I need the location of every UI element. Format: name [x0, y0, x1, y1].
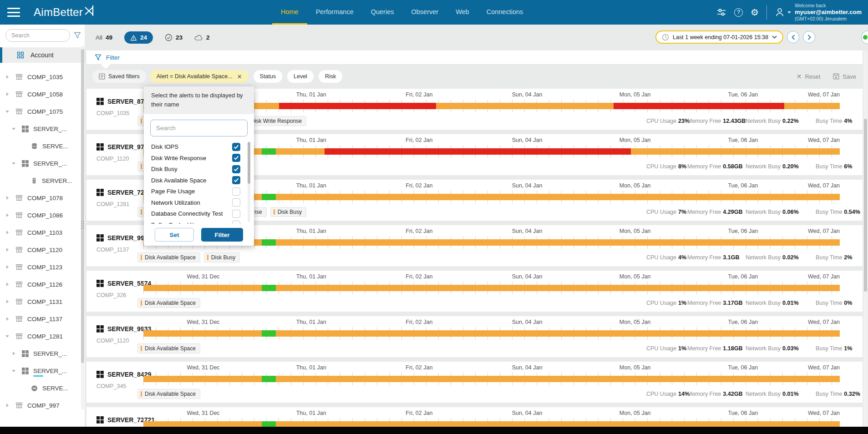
expand-arrow-icon[interactable] — [6, 213, 9, 217]
sidebar-filter-icon[interactable] — [74, 32, 81, 39]
alert-timeline[interactable]: Wed, 31 DecThu, 01 JanFri, 02 JanSun, 04… — [143, 271, 840, 298]
range-prev-button[interactable] — [787, 31, 799, 43]
sidebar-item-comp-1126[interactable]: COMP_1126 — [0, 276, 85, 293]
sidebar-item-comp-1103[interactable]: COMP_1103 — [0, 224, 85, 241]
expand-arrow-icon[interactable] — [6, 265, 9, 269]
server-row[interactable]: SERVER_5574 COMP_326 Wed, 31 DecThu, 01 … — [86, 271, 863, 312]
tune-icon[interactable] — [716, 8, 726, 17]
brand-logo[interactable]: AimBetter — [34, 6, 95, 19]
timeline-status-bar[interactable] — [143, 421, 840, 427]
filter-chip-status[interactable]: Status — [254, 70, 282, 83]
alert-timeline[interactable]: Wed, 31 DecThu, 01 JanFri, 02 JanSun, 04… — [143, 316, 840, 343]
tab-cloud[interactable]: 2 — [194, 34, 210, 41]
active-filter-chip[interactable]: Alert = Disk Available Space... ✕ — [150, 70, 249, 83]
expand-arrow-icon[interactable] — [6, 75, 9, 79]
expand-arrow-icon[interactable] — [6, 248, 9, 252]
expand-arrow-icon[interactable] — [12, 128, 15, 130]
save-filters-button[interactable]: Save — [833, 73, 856, 80]
sidebar-item-serve-[interactable]: SERVE... — [0, 379, 85, 397]
checkbox[interactable] — [232, 176, 240, 184]
server-row[interactable]: SERVER_8429 COMP_345 Wed, 31 DecThu, 01 … — [86, 362, 863, 403]
range-next-button[interactable] — [803, 31, 815, 43]
sidebar-resize-handle[interactable] — [81, 221, 84, 229]
nav-item-queries[interactable]: Queries — [362, 0, 403, 25]
tab-all[interactable]: All 49 — [96, 34, 112, 41]
reset-filters-button[interactable]: ✕ Reset — [797, 73, 821, 80]
sidebar-search-input[interactable] — [11, 32, 64, 39]
sidebar-item-comp-1281[interactable]: COMP_1281 — [0, 328, 85, 345]
alert-tag[interactable]: Disk Busy — [204, 252, 240, 262]
sidebar-item-comp-997[interactable]: COMP_997 — [0, 397, 85, 414]
expand-arrow-icon[interactable] — [6, 196, 9, 200]
saved-filters-button[interactable]: Saved filters — [92, 70, 146, 83]
checkbox[interactable] — [232, 187, 240, 196]
timeline-status-bar[interactable] — [143, 330, 840, 337]
set-button[interactable]: Set — [155, 228, 194, 242]
sidebar-item-comp-1120[interactable]: COMP_1120 — [0, 241, 85, 258]
expand-arrow-icon[interactable] — [13, 352, 15, 355]
expand-arrow-icon[interactable] — [5, 335, 9, 338]
nav-item-performance[interactable]: Performance — [307, 0, 362, 25]
alert-timeline[interactable]: Wed, 31 DecThu, 01 JanFri, 02 JanSun, 04… — [143, 407, 840, 427]
filter-bar[interactable]: Filter — [86, 50, 863, 65]
alert-tag[interactable]: Disk Available Space — [137, 298, 200, 308]
expand-arrow-icon[interactable] — [12, 370, 15, 372]
panel-alert-option[interactable]: Disk Busy — [151, 163, 250, 175]
expand-arrow-icon[interactable] — [5, 111, 9, 113]
nav-item-web[interactable]: Web — [447, 0, 478, 25]
expand-arrow-icon[interactable] — [6, 231, 9, 234]
expand-arrow-icon[interactable] — [6, 300, 9, 303]
expand-arrow-icon[interactable] — [6, 92, 9, 96]
panel-scrollbar[interactable] — [248, 142, 250, 222]
sidebar-item-server-[interactable]: SERVER_... — [0, 120, 85, 137]
sidebar-item-comp-1078[interactable]: COMP_1078 — [0, 189, 85, 207]
time-range-picker[interactable]: Last 1 week ending 07-01-2026 15:38 — [655, 30, 783, 44]
server-row[interactable]: SERVER_72721 Wed, 31 DecThu, 01 JanFri, … — [86, 407, 863, 427]
settings-gear-icon[interactable]: ⚙ — [751, 8, 759, 17]
menu-hamburger-icon[interactable] — [7, 8, 20, 17]
checkbox[interactable] — [232, 210, 240, 218]
filter-chip-risk[interactable]: Risk — [319, 70, 342, 83]
checkbox[interactable] — [232, 154, 240, 162]
filter-apply-button[interactable]: Filter — [201, 228, 243, 242]
sidebar-item-comp-1035[interactable]: COMP_1035 — [0, 68, 85, 86]
panel-alert-option[interactable]: Page File Usage — [151, 186, 250, 197]
panel-alert-option[interactable]: Database Connectivity Test — [151, 208, 250, 219]
expand-arrow-icon[interactable] — [6, 404, 9, 407]
nav-item-home[interactable]: Home — [272, 0, 307, 25]
expand-arrow-icon[interactable] — [6, 317, 9, 321]
nav-item-connections[interactable]: Connections — [478, 0, 532, 25]
expand-arrow-icon[interactable] — [6, 283, 9, 286]
alert-tag[interactable]: Disk Available Space — [137, 343, 200, 353]
alert-tag[interactable]: Disk Available Space — [137, 252, 200, 262]
checkbox[interactable] — [232, 198, 240, 207]
nav-item-observer[interactable]: Observer — [402, 0, 447, 25]
sidebar-item-comp-1075[interactable]: COMP_1075 — [0, 103, 85, 120]
help-icon[interactable]: ? — [734, 8, 743, 17]
sidebar-item-server-[interactable]: SERVER_... — [0, 345, 85, 362]
filter-chip-level[interactable]: Level — [287, 70, 314, 83]
tab-warnings[interactable]: 24 — [124, 31, 153, 44]
panel-search-input[interactable] — [150, 120, 248, 136]
sidebar-item-comp-1123[interactable]: COMP_1123 — [0, 258, 85, 276]
panel-alert-option[interactable]: Disk Available Space — [151, 175, 250, 186]
checkbox[interactable] — [232, 143, 240, 151]
checkbox[interactable] — [232, 165, 240, 173]
main-scrollbar[interactable] — [863, 50, 868, 427]
user-menu[interactable]: Welcome back myuser@aimbetter.com (GMT+0… — [775, 3, 862, 22]
timeline-status-bar[interactable] — [143, 285, 840, 291]
alert-timeline[interactable]: Wed, 31 DecThu, 01 JanFri, 02 JanSun, 04… — [143, 362, 840, 389]
panel-alert-option[interactable]: Disk IOPS — [151, 141, 250, 152]
sidebar-item-comp-1131[interactable]: COMP_1131 — [0, 293, 85, 310]
sidebar-item-server-[interactable]: SERVER_... — [0, 155, 85, 172]
sidebar-item-comp-1137[interactable]: COMP_1137 — [0, 310, 85, 328]
tab-ok[interactable]: 23 — [165, 34, 183, 41]
alert-tag[interactable]: Disk Available Space — [137, 389, 200, 399]
sidebar-item-serve-[interactable]: SERVE... — [0, 137, 85, 155]
panel-alert-option[interactable]: Network Utilization — [151, 197, 250, 208]
server-row[interactable]: SERVER_9933 COMP_1120 Wed, 31 DecThu, 01… — [86, 316, 863, 357]
timeline-status-bar[interactable] — [143, 376, 840, 382]
sidebar-item-server-[interactable]: SERVER... — [0, 172, 85, 189]
expand-arrow-icon[interactable] — [12, 162, 15, 165]
checkbox[interactable] — [232, 221, 240, 224]
